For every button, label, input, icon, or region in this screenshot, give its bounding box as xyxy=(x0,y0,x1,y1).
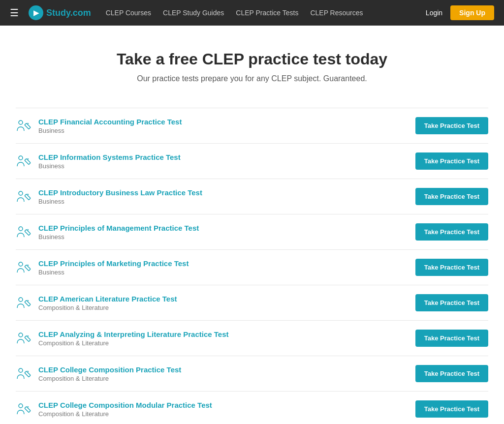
take-practice-test-button[interactable]: Take Practice Test xyxy=(415,294,488,311)
practice-item-title[interactable]: CLEP Information Systems Practice Test xyxy=(38,153,181,161)
practice-test-list: CLEP Financial Accounting Practice Test … xyxy=(6,108,498,424)
logo-text: Study.com xyxy=(46,8,91,18)
practice-item-title[interactable]: CLEP Principles of Management Practice T… xyxy=(38,224,199,232)
svg-rect-17 xyxy=(25,406,31,412)
nav-link-clep-study-guides[interactable]: CLEP Study Guides xyxy=(163,9,224,17)
hero-section: Take a free CLEP practice test today Our… xyxy=(0,26,504,98)
svg-rect-7 xyxy=(25,229,31,235)
test-icon xyxy=(16,153,32,169)
test-icon xyxy=(16,118,32,134)
signup-button[interactable]: Sign Up xyxy=(450,5,494,20)
practice-item-category: Business xyxy=(38,162,181,170)
nav-link-clep-resources[interactable]: CLEP Resources xyxy=(310,9,363,17)
svg-rect-11 xyxy=(25,300,31,306)
nav-link-clep-practice-tests[interactable]: CLEP Practice Tests xyxy=(236,9,298,17)
practice-item-category: Business xyxy=(38,269,189,276)
site-logo[interactable]: ▶ Study.com xyxy=(29,5,91,20)
practice-item-info: CLEP College Composition Practice Test C… xyxy=(38,365,181,382)
navbar: ☰ ▶ Study.com CLEP Courses CLEP Study Gu… xyxy=(0,0,504,26)
test-icon xyxy=(16,260,32,275)
practice-item-title[interactable]: CLEP American Literature Practice Test xyxy=(38,295,177,303)
list-item: CLEP Analyzing & Interpreting Literature… xyxy=(16,321,488,356)
practice-item-left: CLEP Information Systems Practice Test B… xyxy=(16,153,181,170)
auth-controls: Login Sign Up xyxy=(426,5,494,20)
list-item: CLEP Financial Accounting Practice Test … xyxy=(16,108,488,144)
practice-item-info: CLEP Principles of Marketing Practice Te… xyxy=(38,259,189,276)
practice-item-left: CLEP American Literature Practice Test C… xyxy=(16,295,177,311)
practice-item-category: Composition & Literature xyxy=(38,304,177,311)
hamburger-icon[interactable]: ☰ xyxy=(10,7,19,19)
svg-point-6 xyxy=(19,227,23,231)
practice-item-category: Composition & Literature xyxy=(38,339,228,347)
practice-item-category: Business xyxy=(38,198,202,205)
practice-item-info: CLEP Financial Accounting Practice Test … xyxy=(38,118,182,134)
take-practice-test-button[interactable]: Take Practice Test xyxy=(415,400,488,418)
svg-point-4 xyxy=(19,191,23,195)
practice-item-title[interactable]: CLEP Analyzing & Interpreting Literature… xyxy=(38,330,228,338)
practice-item-category: Business xyxy=(38,127,182,134)
list-item: CLEP College Composition Practice Test C… xyxy=(16,356,488,392)
svg-rect-1 xyxy=(25,123,31,129)
practice-item-title[interactable]: CLEP Financial Accounting Practice Test xyxy=(38,118,182,126)
svg-point-2 xyxy=(19,156,23,160)
take-practice-test-button[interactable]: Take Practice Test xyxy=(415,152,488,170)
take-practice-test-button[interactable]: Take Practice Test xyxy=(415,188,488,205)
practice-item-info: CLEP Principles of Management Practice T… xyxy=(38,224,199,241)
svg-point-0 xyxy=(19,121,23,124)
practice-item-left: CLEP Principles of Marketing Practice Te… xyxy=(16,259,189,276)
take-practice-test-button[interactable]: Take Practice Test xyxy=(415,223,488,241)
practice-item-category: Composition & Literature xyxy=(38,375,181,382)
practice-item-category: Business xyxy=(38,233,199,241)
take-practice-test-button[interactable]: Take Practice Test xyxy=(415,330,488,347)
logo-text-suffix: .com xyxy=(70,8,91,18)
practice-item-info: CLEP Information Systems Practice Test B… xyxy=(38,153,181,170)
practice-item-info: CLEP College Composition Modular Practic… xyxy=(38,401,212,418)
hero-subtitle: Our practice tests prepare you for any C… xyxy=(10,74,494,83)
take-practice-test-button[interactable]: Take Practice Test xyxy=(415,365,488,382)
practice-item-info: CLEP Analyzing & Interpreting Literature… xyxy=(38,330,228,347)
practice-item-left: CLEP Introductory Business Law Practice … xyxy=(16,188,202,205)
test-icon xyxy=(16,331,32,346)
practice-item-title[interactable]: CLEP Principles of Marketing Practice Te… xyxy=(38,259,189,268)
practice-item-left: CLEP Analyzing & Interpreting Literature… xyxy=(16,330,228,347)
practice-item-title[interactable]: CLEP Introductory Business Law Practice … xyxy=(38,188,202,197)
svg-point-16 xyxy=(19,404,23,408)
take-practice-test-button[interactable]: Take Practice Test xyxy=(415,117,488,134)
svg-point-14 xyxy=(19,368,23,372)
nav-links: CLEP Courses CLEP Study Guides CLEP Prac… xyxy=(106,9,416,17)
svg-point-10 xyxy=(19,298,23,302)
practice-item-title[interactable]: CLEP College Composition Modular Practic… xyxy=(38,401,212,409)
practice-item-left: CLEP College Composition Modular Practic… xyxy=(16,401,212,418)
practice-item-left: CLEP College Composition Practice Test C… xyxy=(16,365,181,382)
svg-rect-15 xyxy=(25,371,31,377)
list-item: CLEP Introductory Business Law Practice … xyxy=(16,179,488,214)
take-practice-test-button[interactable]: Take Practice Test xyxy=(415,259,488,276)
practice-item-info: CLEP Introductory Business Law Practice … xyxy=(38,188,202,205)
test-icon xyxy=(16,189,32,205)
svg-point-8 xyxy=(19,262,23,266)
test-icon xyxy=(16,366,32,382)
login-link[interactable]: Login xyxy=(426,9,442,17)
practice-item-left: CLEP Financial Accounting Practice Test … xyxy=(16,118,182,134)
svg-rect-13 xyxy=(25,335,31,341)
svg-rect-9 xyxy=(25,265,31,271)
svg-point-12 xyxy=(19,333,23,337)
logo-text-prefix: Study xyxy=(46,8,70,18)
list-item: CLEP American Literature Practice Test C… xyxy=(16,285,488,321)
list-item: CLEP College Composition Modular Practic… xyxy=(16,392,488,424)
test-icon xyxy=(16,401,32,417)
practice-item-left: CLEP Principles of Management Practice T… xyxy=(16,224,199,241)
list-item: CLEP Principles of Marketing Practice Te… xyxy=(16,250,488,285)
svg-rect-5 xyxy=(25,194,31,200)
practice-item-title[interactable]: CLEP College Composition Practice Test xyxy=(38,365,181,374)
test-icon xyxy=(16,224,32,240)
list-item: CLEP Principles of Management Practice T… xyxy=(16,214,488,250)
hero-title: Take a free CLEP practice test today xyxy=(10,50,494,68)
practice-item-info: CLEP American Literature Practice Test C… xyxy=(38,295,177,311)
nav-link-clep-courses[interactable]: CLEP Courses xyxy=(106,9,151,17)
logo-icon: ▶ xyxy=(29,5,43,20)
test-icon xyxy=(16,295,32,311)
list-item: CLEP Information Systems Practice Test B… xyxy=(16,144,488,179)
practice-item-category: Composition & Literature xyxy=(38,410,212,418)
svg-rect-3 xyxy=(25,158,31,164)
